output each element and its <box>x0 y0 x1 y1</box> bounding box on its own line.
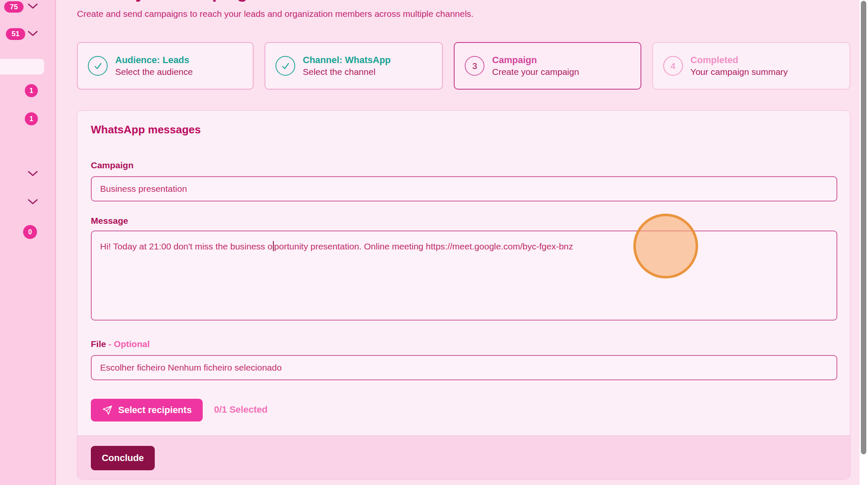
scrollbar-track[interactable] <box>860 0 868 485</box>
sidebar-selected-item[interactable] <box>0 59 44 74</box>
step-subtitle: Select the audience <box>115 66 193 78</box>
sidebar: 75 51 1 1 0 <box>0 0 56 485</box>
card-footer: Conclude <box>77 435 850 479</box>
whatsapp-campaign-card: WhatsApp messages Campaign Message Hi! T… <box>77 110 850 480</box>
step-title: Completed <box>691 54 788 66</box>
step-campaign[interactable]: 3 Campaign Create your campaign <box>454 42 641 90</box>
sidebar-count-badge: 1 <box>25 84 38 97</box>
campaign-field-label: Campaign <box>91 160 134 170</box>
section-title: WhatsApp messages <box>91 123 201 136</box>
sidebar-count-badge: 1 <box>25 112 38 125</box>
step-channel[interactable]: Channel: WhatsApp Select the channel <box>265 42 443 90</box>
select-recipients-button[interactable]: Select recipients <box>91 399 203 421</box>
recipients-selected-count: 0/1 Selected <box>214 404 267 415</box>
text-caret <box>273 241 274 251</box>
chevron-down-icon[interactable] <box>27 3 38 10</box>
sidebar-count-badge-75: 75 <box>4 1 24 13</box>
message-textarea[interactable]: Hi! Today at 21:00 don't miss the busine… <box>91 231 837 321</box>
chevron-down-icon[interactable] <box>27 170 38 177</box>
step-number-icon: 3 <box>465 56 484 76</box>
sidebar-count-badge: 0 <box>23 225 37 239</box>
campaign-page: 75 51 1 1 0 Create your campaigns Create… <box>0 0 868 485</box>
step-title: Campaign <box>492 54 579 66</box>
step-title: Audience: Leads <box>115 54 193 66</box>
step-title: Channel: WhatsApp <box>303 54 391 66</box>
step-subtitle: Select the channel <box>303 66 391 78</box>
send-filter-icon <box>102 405 113 416</box>
step-completed[interactable]: 4 Completed Your campaign summary <box>652 42 850 90</box>
conclude-button[interactable]: Conclude <box>91 446 155 470</box>
message-field-label: Message <box>91 216 128 226</box>
campaign-stepper: Audience: Leads Select the audience Chan… <box>77 42 850 90</box>
page-subtitle: Create and send campaigns to reach your … <box>77 9 474 19</box>
step-subtitle: Create your campaign <box>492 66 579 78</box>
check-icon <box>88 56 108 76</box>
campaign-name-input[interactable] <box>91 176 837 201</box>
sidebar-count-badge-51: 51 <box>6 28 25 40</box>
step-number-icon: 4 <box>663 56 683 76</box>
check-icon <box>275 56 295 76</box>
step-subtitle: Your campaign summary <box>691 66 788 78</box>
file-picker-input[interactable]: Escolher ficheiro Nenhum ficheiro seleci… <box>91 355 837 380</box>
step-audience[interactable]: Audience: Leads Select the audience <box>77 42 254 90</box>
chevron-down-icon[interactable] <box>27 199 38 205</box>
chevron-down-icon[interactable] <box>27 30 38 37</box>
page-title: Create your campaigns <box>77 0 267 3</box>
optional-hint: - Optional <box>106 339 150 349</box>
file-field-label: File - Optional <box>91 339 150 349</box>
scrollbar-thumb[interactable] <box>861 1 866 454</box>
